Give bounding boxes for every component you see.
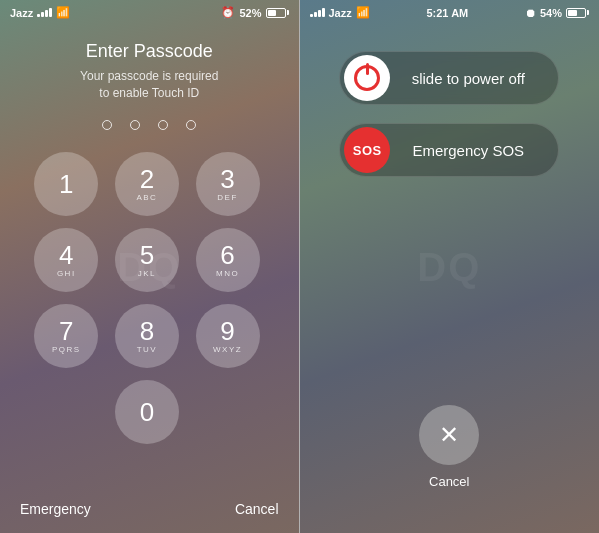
left-panel: DQ Jazz 📶 ⏰ 52% Enter Passcode Your bbox=[0, 0, 299, 533]
power-slider[interactable]: slide to power off bbox=[339, 51, 559, 105]
key-5[interactable]: 5 JKL bbox=[115, 228, 179, 292]
key-8-letters: TUV bbox=[137, 345, 158, 354]
alarm-icon: ⏰ bbox=[221, 6, 235, 19]
key-2[interactable]: 2 ABC bbox=[115, 152, 179, 216]
screen-record-icon: ⏺ bbox=[525, 7, 536, 19]
time-right: 5:21 AM bbox=[426, 7, 468, 19]
battery-tip-left bbox=[287, 10, 289, 15]
power-button[interactable] bbox=[344, 55, 390, 101]
dot-4 bbox=[186, 120, 196, 130]
status-right-left: ⏰ 52% bbox=[221, 6, 288, 19]
key-1[interactable]: 1 bbox=[34, 152, 98, 216]
rbar4 bbox=[322, 8, 325, 17]
carrier-text-left: Jazz bbox=[10, 7, 33, 19]
rbar3 bbox=[318, 10, 321, 17]
key-2-letters: ABC bbox=[136, 193, 157, 202]
dot-1 bbox=[102, 120, 112, 130]
dots-row bbox=[102, 120, 196, 130]
key-0[interactable]: 0 bbox=[115, 380, 179, 444]
bar2 bbox=[41, 12, 44, 17]
key-7[interactable]: 7 PQRS bbox=[34, 304, 98, 368]
key-5-num: 5 bbox=[140, 242, 154, 268]
key-5-letters: JKL bbox=[138, 269, 156, 278]
rbar1 bbox=[310, 14, 313, 17]
key-9-num: 9 bbox=[220, 318, 234, 344]
key-9-letters: WXYZ bbox=[213, 345, 242, 354]
key-6[interactable]: 6 MNO bbox=[196, 228, 260, 292]
key-empty bbox=[34, 380, 98, 444]
sos-slider[interactable]: SOS Emergency SOS bbox=[339, 123, 559, 177]
keypad: 1 2 ABC 3 DEF 4 GHI 5 JKL 6 MNO 7 PQRS 8… bbox=[34, 152, 264, 444]
watermark-right: DQ bbox=[417, 244, 481, 289]
key-3[interactable]: 3 DEF bbox=[196, 152, 260, 216]
key-2-num: 2 bbox=[140, 166, 154, 192]
cancel-label-right: Cancel bbox=[429, 474, 469, 489]
key-7-letters: PQRS bbox=[52, 345, 81, 354]
power-icon bbox=[354, 65, 380, 91]
status-right-right: ⏺ 54% bbox=[525, 7, 589, 19]
passcode-subtitle: Your passcode is requiredto enable Touch… bbox=[80, 68, 218, 102]
key-7-num: 7 bbox=[59, 318, 73, 344]
bottom-bar-left: Emergency Cancel bbox=[0, 501, 299, 517]
bar4 bbox=[49, 8, 52, 17]
key-8[interactable]: 8 TUV bbox=[115, 304, 179, 368]
key-8-num: 8 bbox=[140, 318, 154, 344]
wifi-icon-left: 📶 bbox=[56, 6, 70, 19]
signal-bars-right bbox=[310, 8, 325, 17]
key-3-letters: DEF bbox=[217, 193, 238, 202]
key-4-letters: GHI bbox=[57, 269, 76, 278]
battery-fill-right bbox=[568, 10, 577, 16]
right-panel: DQ Jazz 📶 5:21 AM ⏺ 54% bbox=[300, 0, 600, 533]
battery-fill-left bbox=[268, 10, 276, 16]
status-bar-right: Jazz 📶 5:21 AM ⏺ 54% bbox=[300, 0, 600, 23]
bar3 bbox=[45, 10, 48, 17]
emergency-button[interactable]: Emergency bbox=[20, 501, 91, 517]
battery-pct-right: 54% bbox=[540, 7, 562, 19]
key-6-letters: MNO bbox=[216, 269, 239, 278]
status-bar-left: Jazz 📶 ⏰ 52% bbox=[0, 0, 299, 23]
battery-tip-right bbox=[587, 10, 589, 15]
cancel-x-icon: ✕ bbox=[439, 423, 459, 447]
battery-pct-left: 52% bbox=[239, 7, 261, 19]
bar1 bbox=[37, 14, 40, 17]
signal-bars-left bbox=[37, 8, 52, 17]
cancel-button-left[interactable]: Cancel bbox=[235, 501, 279, 517]
wifi-icon-right: 📶 bbox=[356, 6, 370, 19]
carrier-text-right: Jazz bbox=[329, 7, 352, 19]
key-backspace bbox=[196, 380, 260, 444]
key-1-num: 1 bbox=[59, 171, 73, 197]
battery-icon-right bbox=[566, 8, 589, 18]
dot-2 bbox=[130, 120, 140, 130]
key-4[interactable]: 4 GHI bbox=[34, 228, 98, 292]
carrier-left: Jazz 📶 bbox=[10, 6, 70, 19]
power-slider-text: slide to power off bbox=[390, 70, 554, 87]
sos-label: SOS bbox=[353, 143, 382, 158]
sos-button[interactable]: SOS bbox=[344, 127, 390, 173]
passcode-title: Enter Passcode bbox=[86, 41, 213, 62]
cancel-circle-button[interactable]: ✕ bbox=[419, 405, 479, 465]
key-9[interactable]: 9 WXYZ bbox=[196, 304, 260, 368]
key-4-num: 4 bbox=[59, 242, 73, 268]
carrier-right: Jazz 📶 bbox=[310, 6, 370, 19]
battery-icon-left bbox=[266, 8, 289, 18]
rbar2 bbox=[314, 12, 317, 17]
battery-body-left bbox=[266, 8, 286, 18]
sos-slider-text: Emergency SOS bbox=[390, 142, 554, 159]
battery-body-right bbox=[566, 8, 586, 18]
key-0-num: 0 bbox=[140, 399, 154, 425]
dot-3 bbox=[158, 120, 168, 130]
key-3-num: 3 bbox=[220, 166, 234, 192]
key-6-num: 6 bbox=[220, 242, 234, 268]
